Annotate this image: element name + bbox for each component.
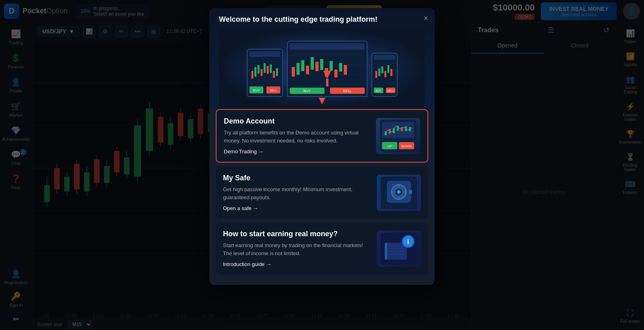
svg-text:BUY: BUY <box>376 89 381 92</box>
device-laptop: BUY SELL <box>287 41 367 97</box>
svg-point-149 <box>397 190 400 194</box>
svg-rect-124 <box>381 66 383 73</box>
svg-rect-99 <box>291 67 295 76</box>
modal-card-guide-title: How to start earning real money? <box>223 230 370 238</box>
modal-card-guide[interactable]: How to start earning real money? Start e… <box>216 223 428 274</box>
modal-card-guide-text: How to start earning real money? Start e… <box>223 230 370 267</box>
svg-rect-103 <box>310 57 314 70</box>
demo-trading-link[interactable]: Demo Trading → <box>224 148 369 155</box>
modal-card-guide-desc: Start earning real money by trading on t… <box>223 241 370 257</box>
svg-rect-122 <box>375 71 377 78</box>
svg-rect-157 <box>385 243 387 260</box>
svg-rect-138 <box>401 127 403 131</box>
devices-illustration: BUY SELL <box>247 41 398 97</box>
modal-card-demo[interactable]: Demo Account Try all platform benefits o… <box>216 109 428 163</box>
svg-rect-83 <box>257 65 259 74</box>
modal-card-safe-img <box>377 174 421 211</box>
modal-title: Welcome to the cutting edge trading plat… <box>219 15 425 24</box>
svg-text:DOWN: DOWN <box>401 144 412 148</box>
svg-rect-118 <box>374 55 395 60</box>
svg-text:i: i <box>407 238 409 245</box>
svg-rect-134 <box>385 131 387 135</box>
modal-body: Demo Account Try all platform benefits o… <box>209 109 435 285</box>
svg-rect-137 <box>397 126 399 131</box>
svg-rect-108 <box>334 70 337 77</box>
modal: Welcome to the cutting edge trading plat… <box>209 8 435 285</box>
hero-arrow: ▼ <box>316 94 328 107</box>
svg-rect-87 <box>270 64 272 73</box>
open-safe-link[interactable]: Open a safe → <box>223 205 370 211</box>
svg-rect-139 <box>405 126 407 131</box>
svg-text:SELL: SELL <box>387 89 394 92</box>
device-tablet: BUY SELL <box>247 49 283 97</box>
svg-rect-82 <box>254 67 256 77</box>
svg-rect-86 <box>266 66 268 74</box>
svg-rect-88 <box>273 71 275 78</box>
modal-close-button[interactable]: × <box>423 14 428 23</box>
svg-rect-81 <box>251 71 253 78</box>
intro-guide-link[interactable]: Introduction guide → <box>223 261 370 267</box>
modal-overlay[interactable]: Welcome to the cutting edge trading plat… <box>0 0 644 330</box>
modal-card-demo-img: UP DOWN <box>376 117 420 155</box>
svg-text:SELL: SELL <box>269 89 277 92</box>
svg-rect-107 <box>329 61 332 71</box>
svg-rect-126 <box>387 65 389 73</box>
svg-rect-109 <box>339 63 342 71</box>
svg-rect-125 <box>384 71 386 77</box>
demo-illustration: UP DOWN <box>376 118 420 154</box>
modal-card-demo-title: Demo Account <box>224 117 369 126</box>
modal-card-demo-desc: Try all platform benefits on the Demo ac… <box>224 129 369 144</box>
svg-rect-77 <box>249 52 280 57</box>
svg-rect-105 <box>320 59 323 70</box>
modal-card-safe[interactable]: My Safe Get high passive income monthly!… <box>216 167 428 219</box>
svg-rect-110 <box>344 65 347 74</box>
svg-rect-135 <box>389 129 391 134</box>
modal-card-demo-text: Demo Account Try all platform benefits o… <box>224 117 369 155</box>
modal-header: Welcome to the cutting edge trading plat… <box>209 8 435 109</box>
svg-rect-112 <box>326 78 328 86</box>
svg-rect-127 <box>390 69 392 76</box>
modal-card-safe-text: My Safe Get high passive income monthly!… <box>223 174 370 211</box>
device-phone: BUY SELL <box>372 53 398 97</box>
svg-rect-140 <box>409 127 411 131</box>
svg-text:BUY: BUY <box>303 89 310 93</box>
svg-rect-100 <box>296 63 299 74</box>
svg-text:SELL: SELL <box>343 89 352 93</box>
modal-card-guide-img: i <box>377 230 421 267</box>
modal-card-safe-desc: Get high passive income monthly! Minimum… <box>223 186 370 201</box>
guide-illustration: i <box>377 231 421 267</box>
modal-card-safe-title: My Safe <box>223 174 370 182</box>
svg-text:BUY: BUY <box>253 89 260 92</box>
svg-rect-102 <box>306 66 309 74</box>
svg-rect-85 <box>264 63 266 73</box>
svg-rect-150 <box>409 190 412 194</box>
svg-text:UP: UP <box>387 144 392 148</box>
modal-hero: BUY SELL <box>219 29 425 109</box>
svg-rect-101 <box>301 60 304 71</box>
svg-rect-95 <box>289 43 364 50</box>
svg-rect-104 <box>315 62 318 71</box>
svg-rect-89 <box>276 68 278 76</box>
svg-rect-84 <box>260 69 262 76</box>
safe-illustration <box>377 175 421 211</box>
svg-rect-136 <box>393 128 395 133</box>
svg-rect-123 <box>378 68 380 76</box>
